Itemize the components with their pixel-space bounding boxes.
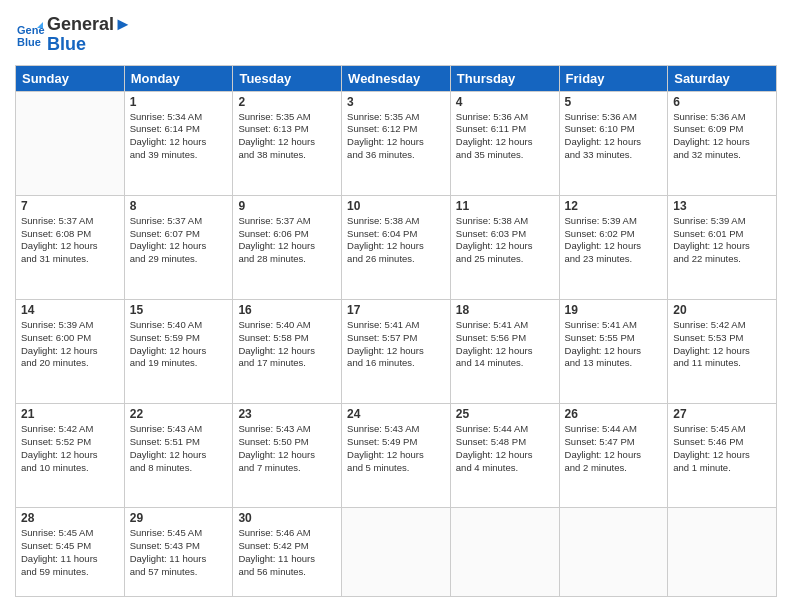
calendar-week-row: 7Sunrise: 5:37 AM Sunset: 6:08 PM Daylig…: [16, 195, 777, 299]
calendar-week-row: 1Sunrise: 5:34 AM Sunset: 6:14 PM Daylig…: [16, 91, 777, 195]
calendar-cell: 11Sunrise: 5:38 AM Sunset: 6:03 PM Dayli…: [450, 195, 559, 299]
calendar-table: SundayMondayTuesdayWednesdayThursdayFrid…: [15, 65, 777, 597]
day-number: 13: [673, 199, 771, 213]
day-number: 22: [130, 407, 228, 421]
cell-content: Sunrise: 5:37 AM Sunset: 6:08 PM Dayligh…: [21, 215, 119, 266]
calendar-cell: 4Sunrise: 5:36 AM Sunset: 6:11 PM Daylig…: [450, 91, 559, 195]
cell-content: Sunrise: 5:38 AM Sunset: 6:03 PM Dayligh…: [456, 215, 554, 266]
calendar-cell: [16, 91, 125, 195]
cell-content: Sunrise: 5:40 AM Sunset: 5:58 PM Dayligh…: [238, 319, 336, 370]
calendar-week-row: 21Sunrise: 5:42 AM Sunset: 5:52 PM Dayli…: [16, 404, 777, 508]
calendar-cell: 23Sunrise: 5:43 AM Sunset: 5:50 PM Dayli…: [233, 404, 342, 508]
day-number: 18: [456, 303, 554, 317]
calendar-cell: 30Sunrise: 5:46 AM Sunset: 5:42 PM Dayli…: [233, 508, 342, 597]
calendar-week-row: 28Sunrise: 5:45 AM Sunset: 5:45 PM Dayli…: [16, 508, 777, 597]
weekday-header: Thursday: [450, 65, 559, 91]
svg-text:Blue: Blue: [17, 36, 41, 48]
day-number: 28: [21, 511, 119, 525]
calendar-cell: 28Sunrise: 5:45 AM Sunset: 5:45 PM Dayli…: [16, 508, 125, 597]
calendar-cell: 17Sunrise: 5:41 AM Sunset: 5:57 PM Dayli…: [342, 299, 451, 403]
day-number: 24: [347, 407, 445, 421]
calendar-cell: 8Sunrise: 5:37 AM Sunset: 6:07 PM Daylig…: [124, 195, 233, 299]
day-number: 10: [347, 199, 445, 213]
calendar-cell: 22Sunrise: 5:43 AM Sunset: 5:51 PM Dayli…: [124, 404, 233, 508]
cell-content: Sunrise: 5:37 AM Sunset: 6:07 PM Dayligh…: [130, 215, 228, 266]
cell-content: Sunrise: 5:34 AM Sunset: 6:14 PM Dayligh…: [130, 111, 228, 162]
day-number: 27: [673, 407, 771, 421]
day-number: 20: [673, 303, 771, 317]
weekday-header: Wednesday: [342, 65, 451, 91]
cell-content: Sunrise: 5:38 AM Sunset: 6:04 PM Dayligh…: [347, 215, 445, 266]
calendar-cell: 9Sunrise: 5:37 AM Sunset: 6:06 PM Daylig…: [233, 195, 342, 299]
day-number: 12: [565, 199, 663, 213]
day-number: 14: [21, 303, 119, 317]
calendar-cell: [342, 508, 451, 597]
day-number: 6: [673, 95, 771, 109]
cell-content: Sunrise: 5:36 AM Sunset: 6:10 PM Dayligh…: [565, 111, 663, 162]
cell-content: Sunrise: 5:42 AM Sunset: 5:53 PM Dayligh…: [673, 319, 771, 370]
day-number: 3: [347, 95, 445, 109]
day-number: 2: [238, 95, 336, 109]
calendar-cell: 18Sunrise: 5:41 AM Sunset: 5:56 PM Dayli…: [450, 299, 559, 403]
calendar-cell: [668, 508, 777, 597]
logo-icon: General Blue: [15, 20, 45, 50]
day-number: 5: [565, 95, 663, 109]
cell-content: Sunrise: 5:45 AM Sunset: 5:45 PM Dayligh…: [21, 527, 119, 578]
day-number: 30: [238, 511, 336, 525]
weekday-header: Saturday: [668, 65, 777, 91]
day-number: 1: [130, 95, 228, 109]
calendar-cell: 15Sunrise: 5:40 AM Sunset: 5:59 PM Dayli…: [124, 299, 233, 403]
day-number: 15: [130, 303, 228, 317]
calendar-cell: 16Sunrise: 5:40 AM Sunset: 5:58 PM Dayli…: [233, 299, 342, 403]
calendar-cell: 10Sunrise: 5:38 AM Sunset: 6:04 PM Dayli…: [342, 195, 451, 299]
header: General Blue General► Blue: [15, 15, 777, 55]
cell-content: Sunrise: 5:41 AM Sunset: 5:57 PM Dayligh…: [347, 319, 445, 370]
cell-content: Sunrise: 5:43 AM Sunset: 5:51 PM Dayligh…: [130, 423, 228, 474]
cell-content: Sunrise: 5:43 AM Sunset: 5:49 PM Dayligh…: [347, 423, 445, 474]
calendar-cell: 14Sunrise: 5:39 AM Sunset: 6:00 PM Dayli…: [16, 299, 125, 403]
logo-text: General► Blue: [47, 15, 132, 55]
day-number: 8: [130, 199, 228, 213]
cell-content: Sunrise: 5:39 AM Sunset: 6:00 PM Dayligh…: [21, 319, 119, 370]
day-number: 7: [21, 199, 119, 213]
calendar-cell: 19Sunrise: 5:41 AM Sunset: 5:55 PM Dayli…: [559, 299, 668, 403]
day-number: 19: [565, 303, 663, 317]
weekday-header: Sunday: [16, 65, 125, 91]
cell-content: Sunrise: 5:45 AM Sunset: 5:46 PM Dayligh…: [673, 423, 771, 474]
cell-content: Sunrise: 5:36 AM Sunset: 6:11 PM Dayligh…: [456, 111, 554, 162]
day-number: 23: [238, 407, 336, 421]
cell-content: Sunrise: 5:46 AM Sunset: 5:42 PM Dayligh…: [238, 527, 336, 578]
weekday-header: Monday: [124, 65, 233, 91]
calendar-cell: 3Sunrise: 5:35 AM Sunset: 6:12 PM Daylig…: [342, 91, 451, 195]
calendar-cell: 24Sunrise: 5:43 AM Sunset: 5:49 PM Dayli…: [342, 404, 451, 508]
day-number: 4: [456, 95, 554, 109]
cell-content: Sunrise: 5:39 AM Sunset: 6:02 PM Dayligh…: [565, 215, 663, 266]
calendar-week-row: 14Sunrise: 5:39 AM Sunset: 6:00 PM Dayli…: [16, 299, 777, 403]
calendar-cell: [450, 508, 559, 597]
cell-content: Sunrise: 5:42 AM Sunset: 5:52 PM Dayligh…: [21, 423, 119, 474]
cell-content: Sunrise: 5:36 AM Sunset: 6:09 PM Dayligh…: [673, 111, 771, 162]
calendar-cell: 7Sunrise: 5:37 AM Sunset: 6:08 PM Daylig…: [16, 195, 125, 299]
cell-content: Sunrise: 5:37 AM Sunset: 6:06 PM Dayligh…: [238, 215, 336, 266]
day-number: 29: [130, 511, 228, 525]
calendar-cell: 6Sunrise: 5:36 AM Sunset: 6:09 PM Daylig…: [668, 91, 777, 195]
day-number: 16: [238, 303, 336, 317]
day-number: 17: [347, 303, 445, 317]
day-number: 9: [238, 199, 336, 213]
calendar-cell: 21Sunrise: 5:42 AM Sunset: 5:52 PM Dayli…: [16, 404, 125, 508]
calendar-cell: 27Sunrise: 5:45 AM Sunset: 5:46 PM Dayli…: [668, 404, 777, 508]
calendar-cell: 12Sunrise: 5:39 AM Sunset: 6:02 PM Dayli…: [559, 195, 668, 299]
calendar-cell: 5Sunrise: 5:36 AM Sunset: 6:10 PM Daylig…: [559, 91, 668, 195]
page: General Blue General► Blue SundayMondayT…: [0, 0, 792, 612]
calendar-cell: 26Sunrise: 5:44 AM Sunset: 5:47 PM Dayli…: [559, 404, 668, 508]
cell-content: Sunrise: 5:39 AM Sunset: 6:01 PM Dayligh…: [673, 215, 771, 266]
calendar-cell: 25Sunrise: 5:44 AM Sunset: 5:48 PM Dayli…: [450, 404, 559, 508]
calendar-cell: 1Sunrise: 5:34 AM Sunset: 6:14 PM Daylig…: [124, 91, 233, 195]
cell-content: Sunrise: 5:44 AM Sunset: 5:48 PM Dayligh…: [456, 423, 554, 474]
weekday-header: Tuesday: [233, 65, 342, 91]
cell-content: Sunrise: 5:41 AM Sunset: 5:55 PM Dayligh…: [565, 319, 663, 370]
calendar-cell: [559, 508, 668, 597]
logo: General Blue General► Blue: [15, 15, 132, 55]
calendar-cell: 20Sunrise: 5:42 AM Sunset: 5:53 PM Dayli…: [668, 299, 777, 403]
day-number: 25: [456, 407, 554, 421]
